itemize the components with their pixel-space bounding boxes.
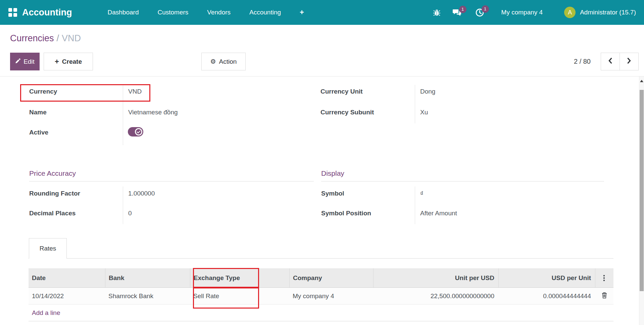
cell-bank: Shamrock Bank: [105, 288, 190, 304]
rates-table-header: Date Bank Exchange Type Company Unit per…: [29, 268, 613, 288]
cell-usd-per-unit: 0.000044444444: [498, 288, 595, 304]
cell-company: My company 4: [289, 288, 373, 304]
pencil-icon: [15, 58, 20, 65]
main-menu: Dashboard Customers Vendors Accounting +: [108, 8, 304, 17]
activities-clock-icon[interactable]: 1: [476, 8, 484, 17]
activities-badge: 1: [482, 5, 489, 13]
currency-unit-label: Currency Unit: [320, 88, 363, 95]
currency-subunit-label: Currency Subunit: [320, 109, 374, 116]
active-toggle[interactable]: [128, 127, 143, 137]
breadcrumb-divider: /: [54, 33, 62, 43]
debug-bug-icon[interactable]: [433, 8, 440, 16]
currency-subunit-value: Xu: [420, 109, 428, 116]
breadcrumb: Currencies/VND: [10, 33, 81, 44]
tab-rates[interactable]: Rates: [29, 238, 67, 259]
field-separator-line: [123, 85, 123, 145]
name-label: Name: [29, 109, 47, 116]
pager-previous-button[interactable]: [601, 53, 620, 70]
app-name[interactable]: Accounting: [22, 7, 72, 18]
decimal-places-value: 0: [128, 210, 132, 217]
messages-badge: 1: [459, 6, 466, 13]
panel-divider: [0, 76, 644, 76]
kebab-menu-icon[interactable]: [603, 275, 605, 281]
rounding-factor-value: 1.000000: [128, 190, 155, 197]
display-section-title: Display: [321, 169, 344, 177]
vertical-scrollbar-thumb[interactable]: [640, 90, 644, 291]
cell-unit-per-usd: 22,500.000000000000: [373, 288, 498, 304]
edit-button[interactable]: Edit: [10, 53, 40, 70]
check-circle-icon: [135, 128, 142, 136]
action-button-label: Action: [219, 58, 237, 65]
field-separator-line: [415, 85, 415, 123]
menu-dashboard[interactable]: Dashboard: [108, 9, 139, 16]
symbol-label: Symbol: [321, 190, 344, 197]
currency-value: VND: [128, 88, 142, 95]
plus-menu-icon[interactable]: +: [300, 8, 304, 17]
field-separator-line: [123, 186, 123, 224]
column-header-bank[interactable]: Bank: [105, 268, 190, 287]
tab-baseline: [29, 258, 613, 259]
symbol-position-label: Symbol Position: [321, 210, 371, 217]
trash-icon[interactable]: [602, 292, 607, 300]
field-separator-line: [415, 186, 415, 224]
edit-button-label: Edit: [23, 58, 35, 65]
messages-icon[interactable]: 1: [452, 9, 461, 16]
user-menu[interactable]: Administrator (15.7): [580, 9, 636, 16]
menu-customers[interactable]: Customers: [157, 9, 188, 16]
name-value: Vietnamese đồng: [128, 109, 178, 116]
currency-unit-value: Dong: [420, 88, 435, 95]
active-label: Active: [29, 129, 48, 136]
rounding-factor-label: Rounding Factor: [29, 190, 80, 197]
column-header-exchange-type[interactable]: Exchange Type: [190, 268, 289, 287]
top-navbar: Accounting Dashboard Customers Vendors A…: [0, 0, 644, 25]
currency-label: Currency: [29, 88, 57, 95]
create-button[interactable]: + Create: [44, 53, 93, 70]
menu-vendors[interactable]: Vendors: [207, 9, 231, 16]
breadcrumb-current: VND: [62, 33, 81, 43]
chevron-right-icon: [627, 57, 631, 66]
gear-icon: ⚙: [210, 58, 216, 65]
pager-value[interactable]: 2 / 80: [547, 53, 591, 70]
chevron-left-icon: [608, 57, 612, 66]
plus-icon: +: [55, 58, 59, 65]
user-avatar[interactable]: A: [564, 7, 576, 18]
apps-menu-icon[interactable]: [8, 8, 17, 17]
company-switcher[interactable]: My company 4: [501, 9, 543, 16]
menu-accounting[interactable]: Accounting: [249, 9, 281, 16]
scrollbar-up-arrow-icon[interactable]: [640, 80, 643, 82]
symbol-value: ₫: [420, 190, 424, 197]
cell-date: 10/14/2022: [29, 288, 105, 304]
column-header-company[interactable]: Company: [289, 268, 373, 287]
cell-exchange-type: Sell Rate: [190, 288, 289, 304]
section-underline: [29, 181, 314, 181]
cell-actions: [595, 288, 613, 304]
add-a-line-link[interactable]: Add a line: [32, 309, 60, 317]
add-line-row: Add a line: [29, 305, 613, 321]
breadcrumb-currencies-link[interactable]: Currencies: [10, 33, 54, 43]
price-accuracy-section-title: Price Accuracy: [29, 169, 76, 177]
rates-table-row[interactable]: 10/14/2022 Shamrock Bank Sell Rate My co…: [29, 288, 613, 305]
create-button-label: Create: [62, 58, 82, 65]
column-options-cell: [595, 268, 613, 287]
symbol-position-value: After Amount: [420, 210, 457, 217]
pager-next-button[interactable]: [620, 53, 639, 70]
column-header-unit-per-usd[interactable]: Unit per USD: [373, 268, 498, 287]
column-header-usd-per-unit[interactable]: USD per Unit: [498, 268, 595, 287]
decimal-places-label: Decimal Places: [29, 210, 76, 217]
section-underline: [321, 181, 604, 181]
action-button[interactable]: ⚙ Action: [201, 53, 246, 70]
column-header-date[interactable]: Date: [29, 268, 105, 287]
odoo-accounting-window: Accounting Dashboard Customers Vendors A…: [0, 0, 644, 325]
